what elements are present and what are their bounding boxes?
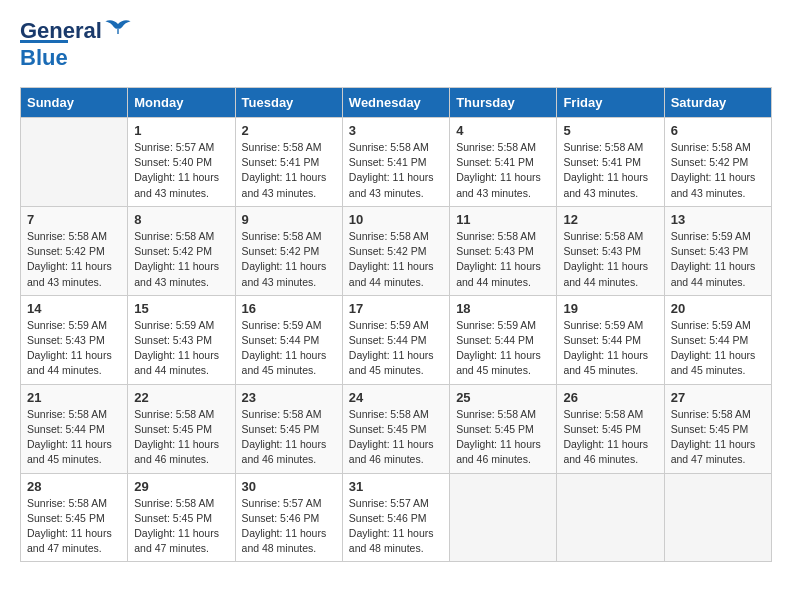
day-number: 14 bbox=[27, 301, 121, 316]
cell-info: Sunrise: 5:58 AM Sunset: 5:45 PM Dayligh… bbox=[563, 407, 657, 468]
calendar-cell: 31Sunrise: 5:57 AM Sunset: 5:46 PM Dayli… bbox=[342, 473, 449, 562]
calendar-cell: 10Sunrise: 5:58 AM Sunset: 5:42 PM Dayli… bbox=[342, 206, 449, 295]
calendar-cell: 25Sunrise: 5:58 AM Sunset: 5:45 PM Dayli… bbox=[450, 384, 557, 473]
day-number: 3 bbox=[349, 123, 443, 138]
calendar-cell: 4Sunrise: 5:58 AM Sunset: 5:41 PM Daylig… bbox=[450, 118, 557, 207]
calendar-cell: 2Sunrise: 5:58 AM Sunset: 5:41 PM Daylig… bbox=[235, 118, 342, 207]
calendar-cell: 15Sunrise: 5:59 AM Sunset: 5:43 PM Dayli… bbox=[128, 295, 235, 384]
calendar-cell: 5Sunrise: 5:58 AM Sunset: 5:41 PM Daylig… bbox=[557, 118, 664, 207]
col-header-thursday: Thursday bbox=[450, 88, 557, 118]
calendar-cell: 3Sunrise: 5:58 AM Sunset: 5:41 PM Daylig… bbox=[342, 118, 449, 207]
calendar-cell: 29Sunrise: 5:58 AM Sunset: 5:45 PM Dayli… bbox=[128, 473, 235, 562]
day-number: 10 bbox=[349, 212, 443, 227]
calendar-cell: 7Sunrise: 5:58 AM Sunset: 5:42 PM Daylig… bbox=[21, 206, 128, 295]
cell-info: Sunrise: 5:57 AM Sunset: 5:46 PM Dayligh… bbox=[242, 496, 336, 557]
cell-info: Sunrise: 5:58 AM Sunset: 5:42 PM Dayligh… bbox=[671, 140, 765, 201]
day-number: 22 bbox=[134, 390, 228, 405]
calendar-cell: 17Sunrise: 5:59 AM Sunset: 5:44 PM Dayli… bbox=[342, 295, 449, 384]
calendar-cell: 13Sunrise: 5:59 AM Sunset: 5:43 PM Dayli… bbox=[664, 206, 771, 295]
day-number: 24 bbox=[349, 390, 443, 405]
cell-info: Sunrise: 5:59 AM Sunset: 5:44 PM Dayligh… bbox=[671, 318, 765, 379]
day-number: 25 bbox=[456, 390, 550, 405]
logo-text: General bbox=[20, 20, 102, 42]
cell-info: Sunrise: 5:58 AM Sunset: 5:45 PM Dayligh… bbox=[134, 496, 228, 557]
week-row-4: 21Sunrise: 5:58 AM Sunset: 5:44 PM Dayli… bbox=[21, 384, 772, 473]
calendar-cell: 11Sunrise: 5:58 AM Sunset: 5:43 PM Dayli… bbox=[450, 206, 557, 295]
cell-info: Sunrise: 5:59 AM Sunset: 5:44 PM Dayligh… bbox=[242, 318, 336, 379]
col-header-sunday: Sunday bbox=[21, 88, 128, 118]
cell-info: Sunrise: 5:58 AM Sunset: 5:41 PM Dayligh… bbox=[242, 140, 336, 201]
day-number: 31 bbox=[349, 479, 443, 494]
col-header-saturday: Saturday bbox=[664, 88, 771, 118]
calendar-cell bbox=[450, 473, 557, 562]
calendar-cell bbox=[664, 473, 771, 562]
day-number: 27 bbox=[671, 390, 765, 405]
day-number: 12 bbox=[563, 212, 657, 227]
cell-info: Sunrise: 5:57 AM Sunset: 5:46 PM Dayligh… bbox=[349, 496, 443, 557]
cell-info: Sunrise: 5:58 AM Sunset: 5:42 PM Dayligh… bbox=[242, 229, 336, 290]
cell-info: Sunrise: 5:58 AM Sunset: 5:45 PM Dayligh… bbox=[242, 407, 336, 468]
day-number: 28 bbox=[27, 479, 121, 494]
day-number: 21 bbox=[27, 390, 121, 405]
calendar-cell: 22Sunrise: 5:58 AM Sunset: 5:45 PM Dayli… bbox=[128, 384, 235, 473]
day-number: 5 bbox=[563, 123, 657, 138]
cell-info: Sunrise: 5:59 AM Sunset: 5:43 PM Dayligh… bbox=[27, 318, 121, 379]
calendar-cell: 28Sunrise: 5:58 AM Sunset: 5:45 PM Dayli… bbox=[21, 473, 128, 562]
cell-info: Sunrise: 5:58 AM Sunset: 5:43 PM Dayligh… bbox=[456, 229, 550, 290]
logo-text-blue: Blue bbox=[20, 40, 68, 71]
week-row-1: 1Sunrise: 5:57 AM Sunset: 5:40 PM Daylig… bbox=[21, 118, 772, 207]
calendar-cell: 21Sunrise: 5:58 AM Sunset: 5:44 PM Dayli… bbox=[21, 384, 128, 473]
cell-info: Sunrise: 5:58 AM Sunset: 5:42 PM Dayligh… bbox=[134, 229, 228, 290]
week-row-2: 7Sunrise: 5:58 AM Sunset: 5:42 PM Daylig… bbox=[21, 206, 772, 295]
calendar-table: SundayMondayTuesdayWednesdayThursdayFrid… bbox=[20, 87, 772, 562]
day-number: 7 bbox=[27, 212, 121, 227]
cell-info: Sunrise: 5:58 AM Sunset: 5:41 PM Dayligh… bbox=[563, 140, 657, 201]
day-number: 2 bbox=[242, 123, 336, 138]
cell-info: Sunrise: 5:58 AM Sunset: 5:42 PM Dayligh… bbox=[349, 229, 443, 290]
day-number: 26 bbox=[563, 390, 657, 405]
day-number: 30 bbox=[242, 479, 336, 494]
calendar-cell: 1Sunrise: 5:57 AM Sunset: 5:40 PM Daylig… bbox=[128, 118, 235, 207]
day-number: 13 bbox=[671, 212, 765, 227]
cell-info: Sunrise: 5:58 AM Sunset: 5:41 PM Dayligh… bbox=[456, 140, 550, 201]
cell-info: Sunrise: 5:58 AM Sunset: 5:45 PM Dayligh… bbox=[27, 496, 121, 557]
col-header-friday: Friday bbox=[557, 88, 664, 118]
cell-info: Sunrise: 5:58 AM Sunset: 5:45 PM Dayligh… bbox=[349, 407, 443, 468]
calendar-cell: 27Sunrise: 5:58 AM Sunset: 5:45 PM Dayli… bbox=[664, 384, 771, 473]
cell-info: Sunrise: 5:58 AM Sunset: 5:42 PM Dayligh… bbox=[27, 229, 121, 290]
calendar-cell: 9Sunrise: 5:58 AM Sunset: 5:42 PM Daylig… bbox=[235, 206, 342, 295]
cell-info: Sunrise: 5:59 AM Sunset: 5:43 PM Dayligh… bbox=[671, 229, 765, 290]
week-row-3: 14Sunrise: 5:59 AM Sunset: 5:43 PM Dayli… bbox=[21, 295, 772, 384]
calendar-cell: 26Sunrise: 5:58 AM Sunset: 5:45 PM Dayli… bbox=[557, 384, 664, 473]
calendar-cell: 6Sunrise: 5:58 AM Sunset: 5:42 PM Daylig… bbox=[664, 118, 771, 207]
day-number: 1 bbox=[134, 123, 228, 138]
day-number: 6 bbox=[671, 123, 765, 138]
day-number: 11 bbox=[456, 212, 550, 227]
calendar-cell: 20Sunrise: 5:59 AM Sunset: 5:44 PM Dayli… bbox=[664, 295, 771, 384]
day-number: 23 bbox=[242, 390, 336, 405]
calendar-cell: 14Sunrise: 5:59 AM Sunset: 5:43 PM Dayli… bbox=[21, 295, 128, 384]
day-number: 17 bbox=[349, 301, 443, 316]
calendar-cell: 19Sunrise: 5:59 AM Sunset: 5:44 PM Dayli… bbox=[557, 295, 664, 384]
day-number: 19 bbox=[563, 301, 657, 316]
col-header-monday: Monday bbox=[128, 88, 235, 118]
calendar-header-row: SundayMondayTuesdayWednesdayThursdayFrid… bbox=[21, 88, 772, 118]
calendar-cell: 12Sunrise: 5:58 AM Sunset: 5:43 PM Dayli… bbox=[557, 206, 664, 295]
cell-info: Sunrise: 5:58 AM Sunset: 5:41 PM Dayligh… bbox=[349, 140, 443, 201]
calendar-cell bbox=[21, 118, 128, 207]
day-number: 15 bbox=[134, 301, 228, 316]
day-number: 9 bbox=[242, 212, 336, 227]
cell-info: Sunrise: 5:58 AM Sunset: 5:45 PM Dayligh… bbox=[134, 407, 228, 468]
col-header-wednesday: Wednesday bbox=[342, 88, 449, 118]
cell-info: Sunrise: 5:59 AM Sunset: 5:43 PM Dayligh… bbox=[134, 318, 228, 379]
cell-info: Sunrise: 5:59 AM Sunset: 5:44 PM Dayligh… bbox=[563, 318, 657, 379]
day-number: 4 bbox=[456, 123, 550, 138]
page-header: General Blue bbox=[20, 20, 772, 71]
day-number: 18 bbox=[456, 301, 550, 316]
week-row-5: 28Sunrise: 5:58 AM Sunset: 5:45 PM Dayli… bbox=[21, 473, 772, 562]
day-number: 29 bbox=[134, 479, 228, 494]
calendar-cell: 23Sunrise: 5:58 AM Sunset: 5:45 PM Dayli… bbox=[235, 384, 342, 473]
cell-info: Sunrise: 5:58 AM Sunset: 5:45 PM Dayligh… bbox=[456, 407, 550, 468]
calendar-cell: 30Sunrise: 5:57 AM Sunset: 5:46 PM Dayli… bbox=[235, 473, 342, 562]
cell-info: Sunrise: 5:58 AM Sunset: 5:44 PM Dayligh… bbox=[27, 407, 121, 468]
